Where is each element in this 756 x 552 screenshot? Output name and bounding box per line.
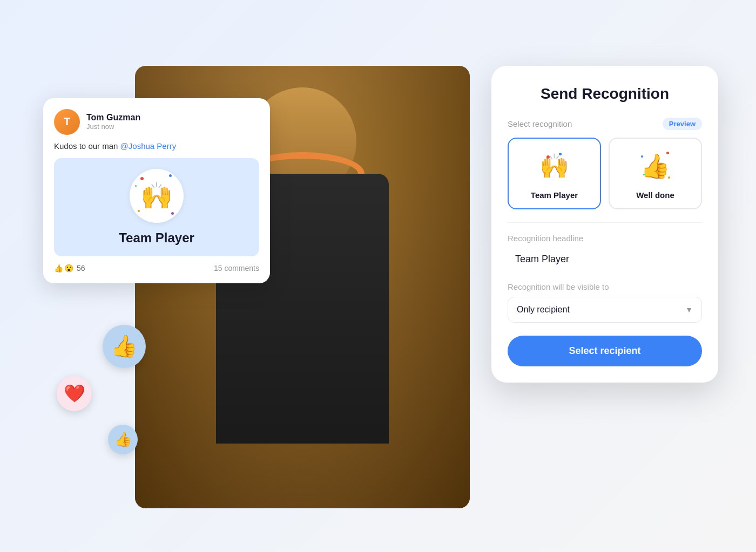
reactions-count: 56	[77, 264, 85, 272]
heart-bubble: ❤️	[57, 376, 92, 411]
select-recognition-section: Select recognition Preview	[508, 118, 702, 130]
user-info: Tom Guzman Just now	[86, 113, 140, 131]
user-name: Tom Guzman	[86, 113, 140, 122]
high-five-icon: 🙌	[130, 169, 184, 223]
confetti-dot	[171, 212, 174, 215]
visibility-dropdown[interactable]: Only recipient ▼	[508, 297, 702, 323]
chevron-down-icon: ▼	[685, 305, 693, 314]
recognition-panel: Send Recognition Select recognition Prev…	[491, 66, 718, 383]
avatar: T	[54, 109, 80, 135]
recognition-options: 🙌 Team Player 👍 Well done	[508, 138, 702, 209]
confetti-dot	[169, 174, 172, 177]
preview-badge[interactable]: Preview	[663, 118, 702, 130]
confetti-dot	[641, 155, 643, 158]
thumbs-small-bubble: 👍	[108, 425, 138, 454]
confetti-dot	[559, 153, 562, 155]
well-done-label: Well done	[636, 190, 674, 200]
comments-count: 15 comments	[214, 264, 259, 272]
card-recognition-title: Team Player	[119, 230, 194, 246]
recognition-option-team-player[interactable]: 🙌 Team Player	[508, 138, 601, 209]
heart-icon: ❤️	[64, 383, 85, 404]
shock-emoji: 😮	[64, 264, 73, 272]
message-text: Kudos to our man	[54, 141, 120, 151]
headline-value: Team Player	[508, 247, 702, 271]
visibility-label: Recognition will be visible to	[508, 282, 702, 291]
mention-link[interactable]: @Joshua Perry	[120, 141, 177, 151]
headline-label: Recognition headline	[508, 234, 702, 243]
confetti-dot	[643, 174, 645, 175]
team-player-label: Team Player	[531, 190, 578, 200]
confetti-dot	[135, 185, 137, 187]
confetti-dot	[666, 152, 669, 154]
thumbs-emoji: 👍	[54, 264, 63, 272]
reaction-emojis: 👍 😮	[54, 264, 73, 272]
recognition-image-card: 🙌 Team Player	[54, 158, 259, 256]
reactions: 👍 😮 56	[54, 264, 85, 272]
confetti-dot	[140, 177, 144, 180]
confetti-dot	[546, 155, 550, 159]
confetti-dot	[138, 210, 140, 212]
panel-title: Send Recognition	[508, 85, 702, 103]
social-card: T Tom Guzman Just now Kudos to our man @…	[43, 98, 270, 283]
card-footer: 👍 😮 56 15 comments	[54, 264, 259, 272]
thumbs-small-icon: 👍	[114, 431, 132, 448]
well-done-icon: 👍	[637, 147, 674, 185]
thumbs-up-icon: 👍	[111, 333, 138, 359]
divider	[508, 222, 702, 223]
confetti-dot	[668, 176, 670, 179]
recognition-option-well-done[interactable]: 👍 Well done	[609, 138, 702, 209]
confetti-dot	[544, 172, 546, 174]
card-message: Kudos to our man @Joshua Perry	[54, 141, 259, 151]
visibility-selected-value: Only recipient	[517, 305, 570, 315]
select-recognition-label: Select recognition	[508, 119, 572, 128]
main-scene: T Tom Guzman Just now Kudos to our man @…	[27, 33, 729, 519]
team-player-icon: 🙌	[536, 147, 573, 185]
card-header: T Tom Guzman Just now	[54, 109, 259, 135]
thumbs-large-bubble: 👍	[103, 325, 146, 368]
timestamp: Just now	[86, 122, 140, 131]
select-recipient-button[interactable]: Select recipient	[508, 336, 702, 366]
